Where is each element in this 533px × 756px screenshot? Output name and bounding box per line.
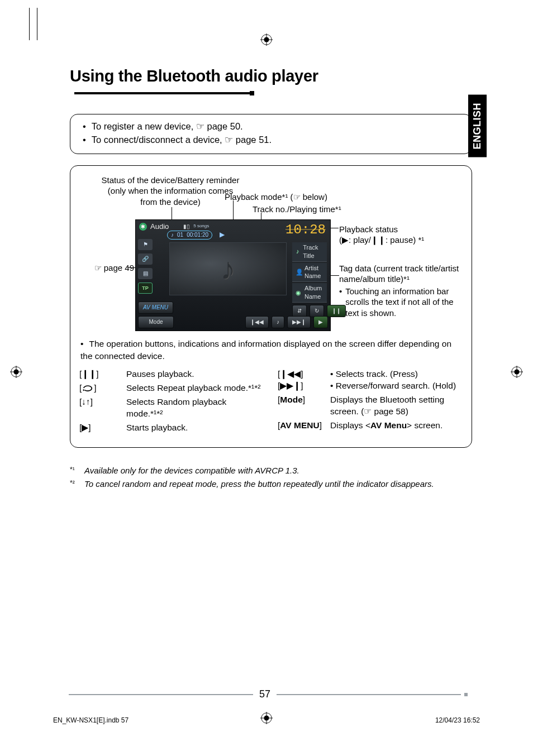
- repeat-button[interactable]: ↻: [310, 305, 324, 317]
- footnote-mark-1: *¹: [70, 465, 81, 477]
- key-mode: [Mode]: [278, 394, 330, 418]
- bluetooth-icon: ✱: [139, 223, 147, 231]
- page-number: 57: [259, 688, 270, 700]
- elapsed-time: 00:01:20: [187, 231, 208, 239]
- desc-play: Starts playback.: [126, 422, 264, 434]
- operation-note: The operation buttons, indications and i…: [80, 338, 463, 362]
- registration-mark-icon: [260, 34, 273, 46]
- album-name-text: Album Name: [304, 284, 323, 301]
- clock-display: 10:28: [285, 221, 326, 239]
- footer: EN_KW-NSX1[E].indb 57 12/04/23 16:52: [53, 716, 480, 724]
- registration-mark-icon: [511, 366, 523, 378]
- anno-tag-data: Tag data (current track title/artist nam…: [339, 263, 465, 319]
- leader-line: [127, 267, 136, 268]
- controls-table: [❙❙] Pauses playback. [] Selects Repeat …: [79, 369, 463, 436]
- anno-status: Status of the device/Battery reminder (o…: [101, 175, 240, 208]
- intro-box: To register a new device, ☞ page 50. To …: [70, 114, 472, 154]
- desc-mode: Displays the Bluetooth setting screen. (…: [330, 394, 463, 418]
- anno-playback-status-line1: Playback status: [339, 224, 462, 235]
- disc-icon: ◉: [296, 289, 301, 297]
- anno-tag-bullet: Touching an information bar scrolls the …: [345, 286, 465, 319]
- desc-skip: • Selects track. (Press) • Reverse/forwa…: [330, 369, 463, 392]
- music-button[interactable]: ♪: [272, 316, 284, 328]
- anno-playback-mode: Playback mode*¹ (☞ below): [225, 192, 342, 203]
- leader-line: [331, 275, 339, 276]
- key-random: [↓↑]: [79, 396, 126, 420]
- page-title: Using the Bluetooth audio player: [70, 67, 472, 104]
- desc-random: Selects Random playback mode.*¹*²: [126, 396, 264, 420]
- key-repeat: []: [79, 382, 126, 394]
- av-menu-button[interactable]: AV MENU: [138, 302, 173, 314]
- desc-repeat: Selects Repeat playback mode.*¹*²: [126, 382, 264, 394]
- main-panel: Status of the device/Battery reminder (o…: [70, 165, 472, 448]
- desc-avmenu: Displays <AV Menu> screen.: [330, 420, 463, 432]
- play-button[interactable]: ▶: [313, 316, 328, 328]
- anno-playback-status: Playback status (▶: play/❙❙: pause) *¹: [339, 224, 462, 246]
- footer-left: EN_KW-NSX1[E].indb 57: [53, 716, 129, 724]
- controls-right-column: [❙◀◀] [▶▶❙] • Selects track. (Press) • R…: [278, 369, 463, 436]
- crop-mark: [29, 8, 30, 40]
- page-number-row: 57: [0, 688, 533, 700]
- desc-skip-press: Selects track. (Press): [336, 369, 418, 379]
- link-icon[interactable]: 🔗: [138, 253, 153, 265]
- mode-button[interactable]: Mode: [138, 316, 174, 328]
- footnote-1: Available only for the devices compatibl…: [84, 465, 299, 477]
- list-icon[interactable]: ▤: [138, 268, 153, 279]
- nav-icon[interactable]: ⚑: [138, 239, 153, 250]
- intro-register: To register a new device, ☞ page 50.: [83, 120, 461, 133]
- prev-track-button[interactable]: ❙◀◀: [245, 316, 269, 328]
- next-track-button[interactable]: ▶▶❙: [287, 316, 311, 328]
- key-pause: [❙❙]: [79, 369, 126, 380]
- artist-name-bar[interactable]: 👤Artist Name: [292, 263, 327, 283]
- track-pill: ♪ 01 00:01:20: [167, 231, 212, 240]
- track-title-bar[interactable]: ♪Track Title: [292, 242, 327, 262]
- key-skip: [❙◀◀] [▶▶❙]: [278, 369, 330, 392]
- tp-indicator[interactable]: TP: [138, 283, 153, 294]
- track-number: 01: [177, 231, 183, 239]
- device-screenshot: ✱ Audio ▮▯ 5 songs ♪ 01 00:01:20 ▶ 10:28: [135, 219, 331, 331]
- music-note-icon: ♪: [171, 231, 174, 239]
- battery-icon: ▮▯: [183, 223, 190, 231]
- crop-mark: [37, 8, 37, 40]
- songs-count: 5 songs: [193, 223, 209, 229]
- track-title-text: Track Title: [303, 243, 323, 260]
- title-rule: [74, 92, 253, 94]
- anno-track-no: Track no./Playing time*¹: [253, 204, 375, 215]
- desc-skip-hold: Reverse/forward search. (Hold): [336, 381, 456, 390]
- controls-left-column: [❙❙] Pauses playback. [] Selects Repeat …: [79, 369, 264, 436]
- intro-connect: To connect/disconnect a device, ☞ page 5…: [83, 133, 461, 147]
- album-name-bar[interactable]: ◉Album Name: [292, 283, 327, 303]
- anno-page49-ref: ☞ page 49: [84, 262, 134, 274]
- random-button[interactable]: ⇵: [292, 305, 307, 317]
- page-title-text: Using the Bluetooth audio player: [70, 67, 318, 85]
- registration-mark-icon: [10, 366, 22, 378]
- operation-note-text: The operation buttons, indications and i…: [80, 338, 463, 362]
- pause-button[interactable]: ❙❙: [327, 305, 346, 317]
- album-art-placeholder: ♪: [169, 242, 287, 295]
- footnote-2: To cancel random and repeat mode, press …: [84, 478, 434, 491]
- anno-playback-status-line2: (▶: play/❙❙: pause) *¹: [339, 235, 462, 246]
- play-status-icon: ▶: [220, 231, 225, 238]
- key-play: [▶]: [79, 422, 126, 434]
- music-note-large-icon: ♪: [221, 248, 236, 289]
- note-icon: ♪: [296, 247, 299, 256]
- footnotes: *¹Available only for the devices compati…: [70, 465, 472, 491]
- desc-pause: Pauses playback.: [126, 369, 264, 380]
- key-avmenu: [AV MENU]: [278, 420, 330, 432]
- diagram: Status of the device/Battery reminder (o…: [79, 175, 463, 331]
- leader-line: [233, 200, 234, 221]
- footnote-mark-2: *²: [70, 478, 81, 491]
- person-icon: 👤: [296, 268, 301, 276]
- anno-tag-line1: Tag data (current track title/artist nam…: [339, 263, 465, 285]
- info-bars: ♪Track Title 👤Artist Name ◉Album Name ⇵ …: [292, 242, 327, 317]
- artist-name-text: Artist Name: [304, 264, 323, 281]
- footer-right: 12/04/23 16:52: [435, 716, 480, 724]
- source-label: Audio: [150, 222, 169, 232]
- side-icon-column: ⚑ 🔗 ▤ TP: [138, 239, 155, 294]
